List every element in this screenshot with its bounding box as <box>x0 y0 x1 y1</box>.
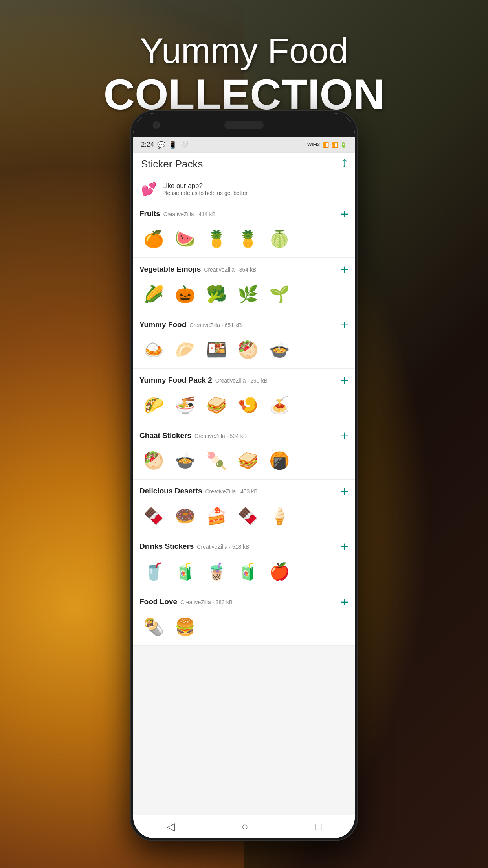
pack-header-yummy-food: Yummy Food CreativeZilla · 651 kB + <box>139 318 349 331</box>
sticker-yummy-food-4: 🍲 <box>265 335 294 364</box>
title-line1: Yummy Food <box>0 31 488 70</box>
pack-header-chaat-stickers: Chaat Stickers CreativeZilla · 504 kB + <box>139 429 349 442</box>
sticker-drinks-stickers-4: 🍎 <box>265 557 294 585</box>
stickers-row-chaat-stickers: 🥙🍲🍡🥪🍘 <box>139 446 349 474</box>
heart-status-icon: 🤍 <box>180 141 188 149</box>
sticker-pack-chaat-stickers[interactable]: Chaat Stickers CreativeZilla · 504 kB + … <box>133 424 355 480</box>
sticker-chaat-stickers-2: 🍡 <box>202 446 231 474</box>
pack-header-food-love: Food Love CreativeZilla · 383 kB + <box>139 595 349 609</box>
pack-name-food-love: Food Love <box>139 598 177 606</box>
sticker-packs-list: Fruits CreativeZilla · 414 kB + 🍊🍉🍍🍍🍈 Ve… <box>133 202 355 646</box>
sticker-yummy-food-2: 🍱 <box>202 335 231 364</box>
rate-text: Like our app? Please rate us to help us … <box>162 182 248 196</box>
add-pack-button-drinks-stickers[interactable]: + <box>341 540 349 553</box>
sticker-yummy-food-pack2-0: 🌮 <box>139 391 168 419</box>
sticker-delicious-deserts-3: 🍫 <box>234 502 262 530</box>
pack-meta-fruits: CreativeZilla · 414 kB <box>163 211 216 217</box>
sticker-vegetable-emojis-2: 🥦 <box>202 280 231 308</box>
stickers-row-delicious-deserts: 🍫🍩🍰🍫🍦 <box>139 502 349 530</box>
add-pack-button-food-love[interactable]: + <box>341 595 349 609</box>
wifi-icon: 📶 <box>322 142 329 148</box>
phone-top-bar <box>133 113 355 137</box>
sticker-vegetable-emojis-1: 🎃 <box>171 280 199 308</box>
back-button[interactable]: ◁ <box>167 820 175 833</box>
rate-banner[interactable]: 💕 Like our app? Please rate us to help u… <box>133 176 355 202</box>
sticker-vegetable-emojis-4: 🌱 <box>265 280 294 308</box>
pack-name-fruits: Fruits <box>139 210 160 218</box>
sticker-vegetable-emojis-0: 🌽 <box>139 280 168 308</box>
pack-header-vegetable-emojis: Vegetable Emojis CreativeZilla · 364 kB … <box>139 263 349 276</box>
status-bar: 2:24 💬 📱 🤍 WiFi2 📶 📶 🔋 <box>133 137 355 153</box>
sticker-pack-food-love[interactable]: Food Love CreativeZilla · 383 kB + 🌯🍔 <box>133 590 355 646</box>
scroll-content[interactable]: 💕 Like our app? Please rate us to help u… <box>133 176 355 815</box>
stickers-row-drinks-stickers: 🥤🧃🧋🧃🍎 <box>139 557 349 585</box>
recent-button[interactable]: □ <box>315 820 321 833</box>
sticker-drinks-stickers-1: 🧃 <box>171 557 199 585</box>
app-header: Sticker Packs ⤴ <box>133 153 355 176</box>
sticker-food-love-1: 🍔 <box>171 612 199 641</box>
pack-meta-yummy-food-pack2: CreativeZilla · 290 kB <box>215 377 268 384</box>
pack-name-yummy-food-pack2: Yummy Food Pack 2 <box>139 376 212 384</box>
pack-info-chaat-stickers: Chaat Stickers CreativeZilla · 504 kB <box>139 431 247 440</box>
phone-sensor <box>328 121 335 129</box>
share-button[interactable]: ⤴ <box>341 158 347 171</box>
status-left: 2:24 💬 📱 🤍 <box>141 141 188 149</box>
pack-meta-yummy-food: CreativeZilla · 651 kB <box>189 322 242 328</box>
sticker-drinks-stickers-0: 🥤 <box>139 557 168 585</box>
pack-info-fruits: Fruits CreativeZilla · 414 kB <box>139 210 216 218</box>
battery-icon: 🔋 <box>340 142 347 148</box>
sticker-pack-drinks-stickers[interactable]: Drinks Stickers CreativeZilla · 518 kB +… <box>133 535 355 590</box>
sticker-pack-vegetable-emojis[interactable]: Vegetable Emojis CreativeZilla · 364 kB … <box>133 258 355 313</box>
stickers-row-food-love: 🌯🍔 <box>139 612 349 641</box>
add-pack-button-yummy-food-pack2[interactable]: + <box>341 373 349 387</box>
bottom-nav: ◁ ○ □ <box>133 815 355 838</box>
pack-name-yummy-food: Yummy Food <box>139 320 186 329</box>
sticker-yummy-food-pack2-1: 🍜 <box>171 391 199 419</box>
pack-name-vegetable-emojis: Vegetable Emojis <box>139 265 201 274</box>
home-button[interactable]: ○ <box>242 820 248 833</box>
pack-meta-delicious-deserts: CreativeZilla · 453 kB <box>205 488 257 495</box>
screen: 2:24 💬 📱 🤍 WiFi2 📶 📶 🔋 Sticker Packs ⤴ <box>133 137 355 838</box>
sticker-pack-delicious-deserts[interactable]: Delicious Deserts CreativeZilla · 453 kB… <box>133 480 355 535</box>
phone-speaker <box>224 121 264 129</box>
stickers-row-yummy-food-pack2: 🌮🍜🥪🍤🍝 <box>139 391 349 419</box>
sticker-pack-yummy-food-pack2[interactable]: Yummy Food Pack 2 CreativeZilla · 290 kB… <box>133 369 355 424</box>
sticker-pack-fruits[interactable]: Fruits CreativeZilla · 414 kB + 🍊🍉🍍🍍🍈 <box>133 202 355 258</box>
sticker-vegetable-emojis-3: 🌿 <box>234 280 262 308</box>
sticker-yummy-food-pack2-2: 🥪 <box>202 391 231 419</box>
signal-icon: 📶 <box>331 142 338 148</box>
rate-title: Like our app? <box>162 182 248 190</box>
pack-meta-drinks-stickers: CreativeZilla · 518 kB <box>197 544 249 550</box>
pack-name-drinks-stickers: Drinks Stickers <box>139 542 194 551</box>
sticker-fruits-0: 🍊 <box>139 224 168 253</box>
rate-subtitle: Please rate us to help us get better <box>162 190 248 196</box>
stickers-row-yummy-food: 🍛🥟🍱🥙🍲 <box>139 335 349 364</box>
pack-meta-vegetable-emojis: CreativeZilla · 364 kB <box>204 267 256 273</box>
phone-inner: 2:24 💬 📱 🤍 WiFi2 📶 📶 🔋 Sticker Packs ⤴ <box>133 113 355 838</box>
sticker-delicious-deserts-1: 🍩 <box>171 502 199 530</box>
sticker-pack-yummy-food[interactable]: Yummy Food CreativeZilla · 651 kB + 🍛🥟🍱🥙… <box>133 313 355 369</box>
pack-info-drinks-stickers: Drinks Stickers CreativeZilla · 518 kB <box>139 542 249 551</box>
sticker-chaat-stickers-0: 🥙 <box>139 446 168 474</box>
sticker-fruits-4: 🍈 <box>265 224 294 253</box>
wifi-label: WiFi2 <box>307 142 320 147</box>
stickers-row-fruits: 🍊🍉🍍🍍🍈 <box>139 224 349 253</box>
time-display: 2:24 <box>141 141 154 149</box>
hearts-icon: 💕 <box>141 182 157 197</box>
add-pack-button-yummy-food[interactable]: + <box>341 318 349 331</box>
front-camera <box>153 121 160 129</box>
add-pack-button-fruits[interactable]: + <box>341 207 349 221</box>
whatsapp-icon: 📱 <box>169 141 177 149</box>
sticker-drinks-stickers-2: 🧋 <box>202 557 231 585</box>
pack-meta-chaat-stickers: CreativeZilla · 504 kB <box>194 433 247 439</box>
sticker-fruits-2: 🍍 <box>202 224 231 253</box>
pack-name-chaat-stickers: Chaat Stickers <box>139 431 191 440</box>
add-pack-button-vegetable-emojis[interactable]: + <box>341 263 349 276</box>
add-pack-button-delicious-deserts[interactable]: + <box>341 484 349 498</box>
pack-info-yummy-food-pack2: Yummy Food Pack 2 CreativeZilla · 290 kB <box>139 376 268 384</box>
pack-header-fruits: Fruits CreativeZilla · 414 kB + <box>139 207 349 221</box>
sticker-yummy-food-pack2-3: 🍤 <box>234 391 262 419</box>
pack-info-vegetable-emojis: Vegetable Emojis CreativeZilla · 364 kB <box>139 265 256 274</box>
add-pack-button-chaat-stickers[interactable]: + <box>341 429 349 442</box>
sticker-yummy-food-pack2-4: 🍝 <box>265 391 294 419</box>
